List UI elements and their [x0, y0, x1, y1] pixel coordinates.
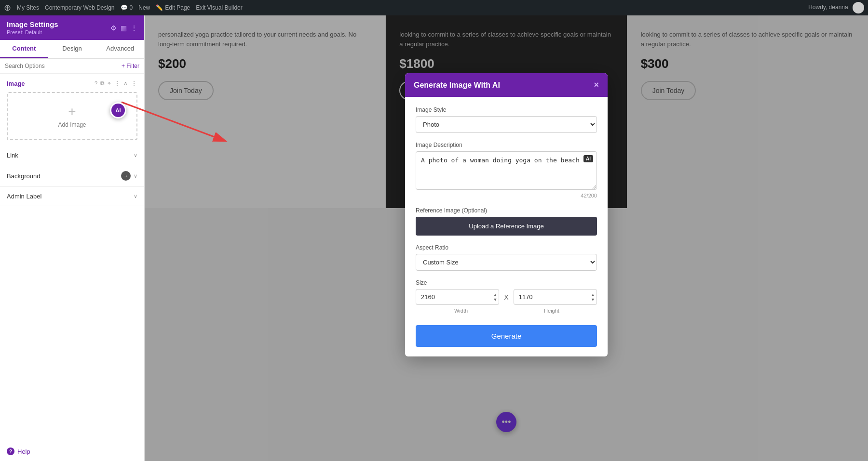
image-style-label: Image Style [416, 106, 597, 113]
main-content: personalized yoga practice tailored to y… [145, 15, 868, 461]
filter-button[interactable]: + Filter [122, 63, 139, 69]
modal-body: Image Style Photo Illustration Abstract … [405, 97, 608, 356]
height-spinners: ▲ ▼ [591, 292, 595, 302]
image-question-icon[interactable]: ? [95, 80, 97, 86]
tab-design[interactable]: Design [48, 40, 96, 58]
sidebar-preset: Preset: Default [7, 29, 58, 35]
upload-reference-button[interactable]: Upload a Reference Image [416, 217, 597, 236]
sidebar-header-icons: ⚙ ▦ ⋮ [110, 24, 137, 32]
new-label: New [138, 4, 150, 11]
new-button[interactable]: New [138, 4, 150, 11]
howdy-label: Howdy, deanna [808, 4, 848, 11]
generate-button[interactable]: Generate [416, 325, 597, 347]
columns-icon[interactable]: ▦ [121, 24, 127, 32]
chevron-up-icon[interactable]: ∧ [123, 80, 128, 87]
height-down-button[interactable]: ▼ [591, 297, 595, 302]
size-row: 2160 ▲ ▼ X 1170 ▲ ▼ [416, 289, 597, 305]
filter-label: + Filter [122, 63, 139, 69]
modal-title: Generate Image With AI [414, 81, 500, 90]
admin-bar: ⊕ My Sites Contemporary Web Design 💬 0 N… [0, 0, 868, 15]
help-icon: ? [7, 448, 14, 455]
more-icon[interactable]: ⋮ [131, 24, 137, 32]
admin-label-section: Admin Label ∨ [0, 187, 144, 206]
height-input[interactable]: 1170 [514, 289, 597, 305]
link-chevron-icon: ∨ [134, 152, 137, 158]
size-group: Size 2160 ▲ ▼ X 1170 [416, 279, 597, 314]
height-up-button[interactable]: ▲ [591, 292, 595, 297]
width-down-button[interactable]: ▼ [493, 297, 497, 302]
site-name[interactable]: Contemporary Web Design [45, 4, 115, 11]
tab-advanced[interactable]: Advanced [96, 40, 144, 58]
width-label: Width [416, 308, 506, 314]
settings-icon[interactable]: ⚙ [110, 24, 117, 32]
height-label: Height [506, 308, 597, 314]
image-section-title: Image [7, 80, 25, 87]
image-description-group: Image Description A photo of a woman doi… [416, 142, 597, 198]
size-labels: Width Height [416, 308, 597, 314]
exit-builder-label: Exit Visual Builder [196, 4, 243, 11]
ai-generate-button[interactable]: AI [110, 102, 126, 119]
comment-count: 0 [130, 4, 133, 11]
reference-image-label: Reference Image (Optional) [416, 207, 597, 214]
image-style-select[interactable]: Photo Illustration Abstract Sketch [416, 116, 597, 133]
width-input[interactable]: 2160 [416, 289, 499, 305]
image-description-textarea[interactable]: A photo of a woman doing yoga on the bea… [416, 151, 597, 190]
help-area[interactable]: ? Help [0, 442, 144, 461]
ai-assist-icon[interactable]: AI [583, 155, 593, 162]
char-count: 42/200 [416, 193, 597, 198]
edit-page-label: Edit Page [165, 4, 190, 11]
add-image-label: Add Image [58, 121, 86, 128]
image-duplicate-icon[interactable]: ⧉ [100, 80, 105, 87]
background-section-header[interactable]: Background → ∨ [7, 171, 137, 181]
my-sites-label: My Sites [17, 4, 39, 11]
textarea-wrapper: A photo of a woman doing yoga on the bea… [416, 151, 597, 191]
sidebar-tabs: Content Design Advanced [0, 40, 144, 59]
search-input[interactable] [5, 63, 119, 69]
width-spinners: ▲ ▼ [493, 292, 497, 302]
link-label: Link [7, 152, 18, 159]
modal-overlay: Generate Image With AI × Image Style Pho… [145, 15, 868, 461]
link-section: Link ∨ [0, 146, 144, 165]
background-section: Background → ∨ [0, 165, 144, 187]
aspect-ratio-group: Aspect Ratio Custom Size 1:1 16:9 4:3 3:… [416, 244, 597, 271]
plus-icon: + [68, 104, 76, 119]
admin-label-section-header[interactable]: Admin Label ∨ [7, 193, 137, 200]
my-sites[interactable]: My Sites [17, 4, 39, 11]
tab-content[interactable]: Content [0, 40, 48, 58]
wp-logo[interactable]: ⊕ [4, 2, 11, 13]
image-section-header: Image ? ⧉ ⌖ ⋮ ∧ ⋮ [7, 79, 137, 87]
wp-icon: ⊕ [4, 2, 11, 13]
size-label: Size [416, 279, 597, 286]
height-input-wrap: 1170 ▲ ▼ [514, 289, 597, 305]
sidebar-search-area: + Filter [0, 59, 144, 74]
reference-image-group: Reference Image (Optional) Upload a Refe… [416, 207, 597, 236]
howdy-user: Howdy, deanna [808, 2, 864, 13]
upload-reference-label: Upload a Reference Image [469, 223, 543, 230]
sidebar-title: Image Settings [7, 20, 58, 28]
background-expand-icon[interactable]: → [121, 171, 131, 181]
aspect-ratio-select[interactable]: Custom Size 1:1 16:9 4:3 3:2 [416, 254, 597, 271]
edit-page-button[interactable]: ✏️ Edit Page [156, 4, 190, 11]
generate-image-modal: Generate Image With AI × Image Style Pho… [405, 73, 608, 356]
width-up-button[interactable]: ▲ [493, 292, 497, 297]
exit-builder-button[interactable]: Exit Visual Builder [196, 4, 243, 11]
section-menu-icon[interactable]: ⋮ [131, 79, 137, 87]
size-x-separator: X [504, 293, 508, 301]
width-input-wrap: 2160 ▲ ▼ [416, 289, 499, 305]
link-section-header[interactable]: Link ∨ [7, 152, 137, 159]
admin-label-chevron-icon: ∨ [134, 193, 137, 199]
comments[interactable]: 💬 0 [121, 4, 133, 11]
image-select-icon[interactable]: ⌖ [108, 80, 111, 87]
modal-close-button[interactable]: × [594, 80, 599, 90]
generate-label: Generate [491, 332, 522, 340]
site-name-label: Contemporary Web Design [45, 4, 115, 11]
sidebar-header: Image Settings Preset: Default ⚙ ▦ ⋮ [0, 15, 144, 40]
help-label: Help [17, 448, 30, 455]
modal-header: Generate Image With AI × [405, 73, 608, 97]
background-label: Background [7, 172, 40, 180]
image-description-label: Image Description [416, 142, 597, 148]
aspect-ratio-label: Aspect Ratio [416, 244, 597, 251]
comment-icon: 💬 [121, 4, 128, 11]
image-more-icon[interactable]: ⋮ [114, 79, 121, 87]
sidebar: Image Settings Preset: Default ⚙ ▦ ⋮ Con… [0, 15, 145, 461]
